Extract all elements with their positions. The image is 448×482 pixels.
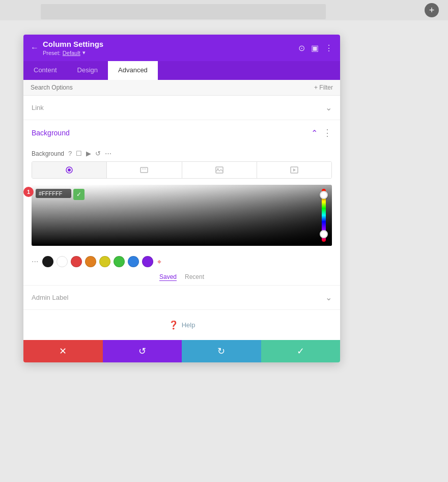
bg-arrow-icon[interactable]: ▶ bbox=[86, 150, 91, 157]
canvas-preview bbox=[41, 4, 326, 19]
admin-label-chevron-icon: ⌄ bbox=[325, 293, 332, 302]
color-swatches: ··· ⌖ bbox=[23, 252, 340, 271]
swatch-green[interactable] bbox=[114, 256, 125, 267]
preset-line: Preset: Default ▾ bbox=[43, 49, 103, 56]
swatch-blue[interactable] bbox=[128, 256, 139, 267]
link-section-title: Link bbox=[32, 104, 44, 111]
undo-button[interactable]: ↺ bbox=[103, 340, 182, 362]
bottom-bar: ✕ ↺ ↻ ✓ bbox=[23, 340, 340, 362]
filter-button[interactable]: + Filter bbox=[314, 84, 333, 91]
saved-recent-tabs: Saved Recent bbox=[23, 271, 340, 285]
hue-slider-thumb-bottom[interactable] bbox=[320, 230, 328, 238]
background-section-header[interactable]: Background ⌃ ⋮ bbox=[23, 120, 340, 146]
bg-type-color[interactable] bbox=[32, 162, 107, 178]
redo-button[interactable]: ↻ bbox=[182, 340, 261, 362]
tab-content[interactable]: Content bbox=[23, 61, 67, 80]
layout-icon[interactable]: ▣ bbox=[311, 43, 319, 53]
admin-label-header[interactable]: Admin Label ⌄ bbox=[23, 286, 340, 309]
bg-help-icon[interactable]: ? bbox=[68, 150, 72, 157]
more-options-icon[interactable]: ⋮ bbox=[325, 43, 333, 53]
color-badge: 1 bbox=[23, 187, 34, 197]
more-swatches-icon[interactable]: ··· bbox=[32, 257, 38, 266]
back-icon[interactable]: ← bbox=[31, 43, 39, 52]
svg-point-1 bbox=[68, 168, 71, 172]
link-section: Link ⌄ bbox=[23, 96, 340, 120]
recent-tab[interactable]: Recent bbox=[185, 273, 204, 281]
help-area: ❓ Help bbox=[23, 310, 340, 340]
svg-marker-7 bbox=[293, 168, 296, 172]
swatch-purple[interactable] bbox=[142, 256, 153, 267]
settings-icon[interactable]: ⊙ bbox=[298, 43, 305, 53]
header-left: ← Column Settings Preset: Default ▾ bbox=[31, 40, 103, 56]
panel-header: ← Column Settings Preset: Default ▾ ⊙ ▣ … bbox=[23, 35, 340, 61]
help-text[interactable]: Help bbox=[182, 321, 195, 329]
column-settings-panel: ← Column Settings Preset: Default ▾ ⊙ ▣ … bbox=[23, 35, 340, 362]
svg-rect-4 bbox=[216, 167, 223, 173]
link-chevron-icon: ⌄ bbox=[325, 103, 332, 112]
bg-type-image[interactable] bbox=[182, 162, 257, 178]
background-section-title: Background bbox=[32, 129, 70, 137]
color-confirm-button[interactable]: ✓ bbox=[73, 189, 85, 200]
tabs-bar: Content Design Advanced bbox=[23, 61, 340, 80]
admin-label-section: Admin Label ⌄ bbox=[23, 286, 340, 310]
tab-design[interactable]: Design bbox=[67, 61, 108, 80]
plus-button[interactable]: + bbox=[425, 3, 439, 17]
hue-slider-thumb-top[interactable] bbox=[320, 191, 328, 199]
swatch-black[interactable] bbox=[42, 256, 53, 267]
bg-more-icon[interactable]: ⋯ bbox=[105, 150, 111, 157]
background-label: Background bbox=[32, 150, 64, 157]
background-section: Background ⌃ ⋮ Background ? ☐ ▶ ↺ ⋯ bbox=[23, 120, 340, 286]
hex-color-input[interactable] bbox=[36, 189, 71, 198]
cancel-button[interactable]: ✕ bbox=[23, 340, 103, 362]
bg-clone-icon[interactable]: ☐ bbox=[76, 150, 82, 157]
background-chevron-icon: ⌃ bbox=[311, 128, 318, 138]
background-type-tabs bbox=[32, 161, 332, 179]
bg-reset-icon[interactable]: ↺ bbox=[95, 150, 101, 157]
admin-label-title: Admin Label bbox=[32, 294, 68, 301]
header-icons: ⊙ ▣ ⋮ bbox=[298, 43, 333, 53]
hue-slider[interactable] bbox=[320, 189, 328, 242]
confirm-button[interactable]: ✓ bbox=[261, 340, 341, 362]
swatch-red[interactable] bbox=[71, 256, 82, 267]
swatch-white[interactable] bbox=[57, 256, 68, 267]
bg-type-gradient[interactable] bbox=[107, 162, 182, 178]
eyedropper-icon[interactable]: ⌖ bbox=[157, 258, 161, 266]
color-picker-wrapper: 1 ✓ bbox=[32, 185, 332, 246]
bg-type-video[interactable] bbox=[257, 162, 331, 178]
content-area: Link ⌄ Background ⌃ ⋮ Background ? ☐ ▶ ↺… bbox=[23, 96, 340, 340]
link-section-header[interactable]: Link ⌄ bbox=[23, 96, 340, 120]
search-bar: + Filter bbox=[23, 80, 340, 96]
background-more-icon[interactable]: ⋮ bbox=[323, 127, 332, 138]
svg-rect-2 bbox=[141, 167, 148, 173]
saved-tab[interactable]: Saved bbox=[159, 273, 177, 281]
swatch-yellow[interactable] bbox=[99, 256, 110, 267]
swatch-orange[interactable] bbox=[85, 256, 96, 267]
background-label-row: Background ? ☐ ▶ ↺ ⋯ bbox=[23, 146, 340, 161]
help-icon: ❓ bbox=[169, 320, 179, 330]
search-input[interactable] bbox=[31, 84, 310, 91]
panel-title: Column Settings bbox=[43, 40, 103, 48]
tab-advanced[interactable]: Advanced bbox=[108, 61, 158, 80]
